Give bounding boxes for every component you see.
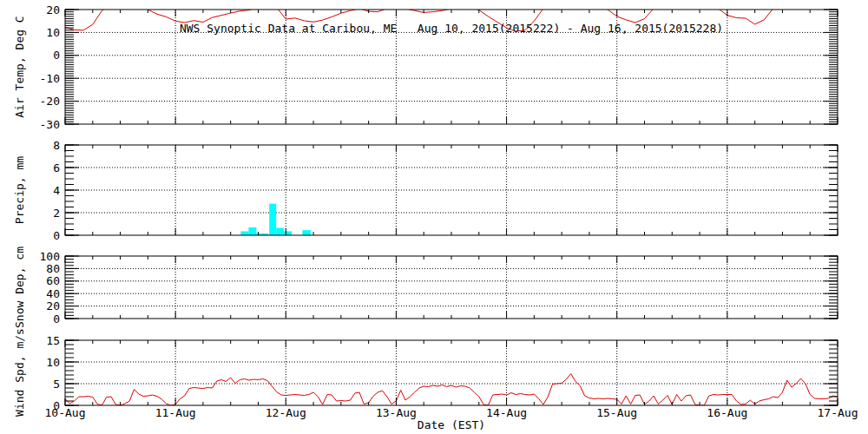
y-tick-label: 10 [46, 356, 60, 369]
y-tick-label: 8 [53, 139, 60, 152]
x-tick-label: 14-Aug [486, 406, 527, 419]
precip-bar [240, 231, 248, 235]
y-tick-label: 20 [46, 3, 60, 16]
y-tick-label: 0 [53, 312, 60, 326]
panel-frame-snow-depth [65, 256, 838, 319]
y-minor-ticks [65, 256, 838, 319]
x-tick-label: 12-Aug [266, 406, 306, 419]
x-tick-label: 17-Aug [818, 406, 858, 419]
horizontal-gridlines [65, 362, 838, 384]
precip-bar [248, 227, 256, 235]
y-tick-label: 0 [53, 49, 60, 62]
x-tick-label: 11-Aug [155, 406, 196, 419]
y-axis-label-snow-depth: Snow Dep, cm [14, 247, 26, 328]
precip-bar [284, 231, 292, 235]
meteogram-page: -30-20-10010200246802040608010005101510-… [0, 0, 868, 434]
y-tick-label: 40 [46, 287, 60, 300]
x-axis-label: Date (EST) [65, 419, 838, 431]
chart-title: NWS Synoptic Data at Caribou, ME Aug 10,… [65, 23, 838, 35]
y-major-ticks [65, 340, 838, 405]
precip-bar [269, 204, 276, 235]
horizontal-gridlines [65, 32, 838, 101]
y-tick-label: 0 [53, 229, 60, 242]
horizontal-gridlines [65, 168, 838, 213]
precip-bar [276, 228, 284, 235]
y-axis-label-precip: Precip, mm [14, 156, 26, 224]
y-tick-label: 4 [53, 184, 60, 197]
y-tick-label: 5 [53, 378, 60, 391]
y-tick-label: 6 [53, 161, 60, 174]
y-tick-label: 10 [46, 26, 60, 39]
vertical-gridlines [175, 256, 727, 319]
x-ticks [65, 340, 838, 405]
y-tick-label: -30 [40, 118, 60, 131]
y-tick-label: -10 [40, 72, 60, 85]
y-major-ticks [65, 256, 838, 319]
y-tick-label: 2 [53, 207, 60, 220]
x-tick-label: 13-Aug [376, 406, 417, 419]
vertical-gridlines [175, 340, 727, 405]
y-tick-label: 80 [46, 262, 60, 275]
y-tick-label: 60 [46, 274, 60, 287]
y-axis-label-wind-speed: Wind Spd, m/s [14, 328, 26, 417]
horizontal-gridlines [65, 268, 838, 306]
precip-bar [302, 230, 311, 235]
meteogram-chart: -30-20-10010200246802040608010005101510-… [0, 0, 868, 434]
wind-speed-line [65, 374, 838, 406]
x-tick-label: 16-Aug [707, 406, 747, 419]
panel-frame-wind-speed [65, 340, 838, 405]
x-ticks [65, 256, 838, 319]
y-minor-ticks [65, 340, 838, 405]
y-tick-label: 15 [46, 334, 60, 347]
y-tick-label: 100 [40, 250, 60, 263]
x-tick-label: 15-Aug [596, 406, 637, 419]
y-tick-label: -20 [40, 95, 60, 108]
y-axis-label-air-temp: Air Temp, Deg C [14, 16, 26, 117]
y-tick-label: 20 [46, 299, 60, 312]
x-tick-label: 10-Aug [45, 406, 86, 419]
